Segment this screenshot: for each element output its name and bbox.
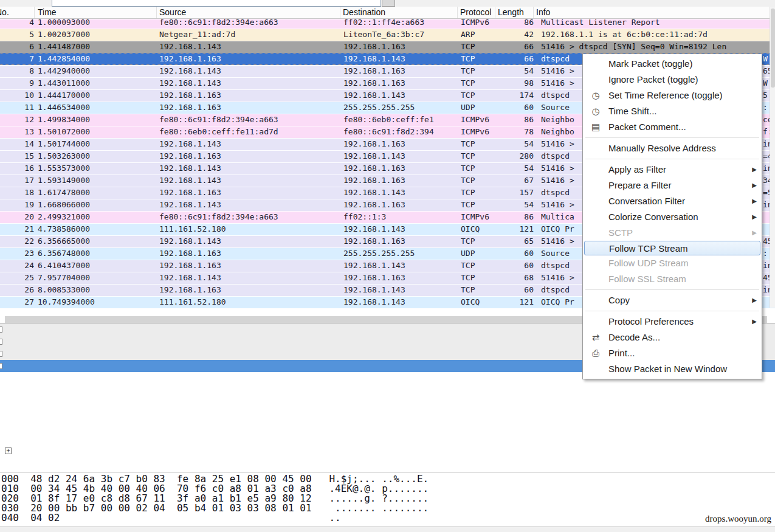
packet-length: 54 bbox=[496, 199, 534, 211]
packet-time: 1.499834000 bbox=[38, 114, 157, 126]
packet-protocol: TCP bbox=[461, 54, 496, 64]
packet-source: 111.161.52.180 bbox=[159, 297, 341, 308]
packet-no: 15 bbox=[0, 151, 34, 162]
packet-row[interactable]: 6 1.441487000 192.168.1.143 192.168.1.16… bbox=[0, 41, 775, 53]
packet-row[interactable]: 5 1.002037000 Netgear_11:ad:7d LiteonTe_… bbox=[0, 29, 775, 41]
expander-icon[interactable] bbox=[0, 363, 2, 369]
hex-line[interactable]: 030 20 00 bb b7 00 00 02 04 05 b4 01 03 … bbox=[0, 503, 775, 513]
packet-protocol: ARP bbox=[461, 29, 496, 41]
packet-destination: 192.168.1.143 bbox=[343, 285, 459, 296]
menu-item-follow-tcp-stream[interactable]: Follow TCP Stream bbox=[584, 241, 760, 255]
detail-row[interactable]: + Destination port: 51416 (51416) bbox=[0, 384, 775, 396]
menu-item-label: Mark Packet (toggle) bbox=[608, 58, 692, 69]
packet-protocol: TCP bbox=[461, 187, 496, 199]
packet-time: 1.444170000 bbox=[38, 90, 157, 102]
packet-destination: 192.168.1.163 bbox=[343, 163, 459, 174]
menu-item-show-packet-in-new-window[interactable]: Show Packet in New Window bbox=[583, 361, 762, 377]
menu-item-sctp[interactable]: SCTP ▶ bbox=[583, 225, 762, 241]
packet-source: 192.168.1.163 bbox=[159, 102, 341, 114]
packet-protocol: OICQ bbox=[461, 297, 496, 308]
packet-destination: LiteonTe_6a:3b:c7 bbox=[343, 29, 459, 41]
packet-protocol: ICMPv6 bbox=[461, 126, 496, 138]
hex-line[interactable]: 040 04 02 .. bbox=[0, 513, 775, 523]
packet-destination: 192.168.1.163 bbox=[343, 78, 459, 89]
wireshark-window: No. Time Source Destination Protocol Len… bbox=[0, 0, 775, 532]
packet-destination: 192.168.1.163 bbox=[343, 199, 459, 211]
detail-row[interactable]: + Acknowledgment number: 1 (relative ack… bbox=[0, 421, 775, 433]
expander-icon[interactable] bbox=[0, 326, 2, 333]
packet-no: 4 bbox=[0, 17, 34, 26]
detail-row[interactable]: + Flags: 0x012 (SYN, ACK) bbox=[0, 445, 775, 457]
menu-item-copy[interactable]: Copy ▶ bbox=[583, 292, 762, 308]
packet-row[interactable]: 4 1.000093000 fe80::6c91:f8d2:394e:a663 … bbox=[0, 19, 775, 29]
packet-length: 86 bbox=[496, 212, 534, 223]
packet-destination: ff02::1:ff4e:a663 bbox=[343, 17, 459, 26]
menu-separator bbox=[585, 311, 759, 311]
expander-icon[interactable] bbox=[0, 351, 2, 357]
menu-item-packet-comment[interactable]: ▤ Packet Comment... bbox=[583, 119, 762, 135]
packet-source: 192.168.1.143 bbox=[159, 163, 341, 174]
packet-destination: fe80::6eb0:ceff:fe1 bbox=[343, 114, 459, 126]
packet-length: 42 bbox=[496, 29, 534, 41]
packet-time: 4.738586000 bbox=[38, 224, 157, 235]
detail-row[interactable]: + [Stream index: 0] bbox=[0, 396, 775, 409]
packet-no: 27 bbox=[0, 297, 34, 308]
filter-dropdown-button[interactable] bbox=[382, 0, 395, 7]
detail-row[interactable]: + Header length: 32 bytes bbox=[0, 433, 775, 445]
packet-time: 8.008533000 bbox=[38, 285, 157, 296]
hex-dump-pane[interactable]: 000 48 d2 24 6a 3b c7 b0 83 fe 8a 25 e1 … bbox=[0, 472, 775, 527]
menu-item-prepare-a-filter[interactable]: Prepare a Filter ▶ bbox=[583, 178, 762, 193]
filter-input[interactable] bbox=[52, 0, 381, 7]
menu-item-label: Time Shift... bbox=[608, 106, 656, 116]
menu-item-apply-as-filter[interactable]: Apply as Filter ▶ bbox=[583, 162, 762, 178]
packet-destination: 192.168.1.143 bbox=[343, 90, 459, 102]
expander-icon[interactable] bbox=[0, 339, 2, 345]
hex-line[interactable]: 000 48 d2 24 6a 3b c7 b0 83 fe 8a 25 e1 … bbox=[0, 474, 775, 484]
menu-separator bbox=[585, 289, 759, 290]
packet-time: 6.356665000 bbox=[38, 236, 157, 247]
packet-protocol: TCP bbox=[461, 139, 496, 150]
watermark: drops.wooyun.org bbox=[705, 514, 771, 524]
packet-destination: 192.168.1.163 bbox=[343, 66, 459, 77]
packet-destination: 192.168.1.143 bbox=[343, 54, 459, 64]
menu-item-time-shift[interactable]: ◷ Time Shift... bbox=[583, 103, 762, 119]
menu-item-follow-udp-stream[interactable]: Follow UDP Stream bbox=[583, 255, 762, 271]
submenu-arrow-icon: ▶ bbox=[752, 178, 757, 193]
menu-item-label: Follow TCP Stream bbox=[609, 243, 688, 254]
menu-item-decode-as[interactable]: ⇄ Decode As... bbox=[583, 330, 762, 345]
menu-item-manually-resolve-address[interactable]: Manually Resolve Address bbox=[583, 140, 762, 156]
menu-item-label: Conversation Filter bbox=[608, 196, 685, 206]
menu-item-ignore-packet-toggle[interactable]: Ignore Packet (toggle) bbox=[583, 72, 762, 88]
hex-line[interactable]: 020 01 8f 17 e0 c8 d8 67 11 3f a0 a1 b1 … bbox=[0, 494, 775, 503]
detail-row[interactable]: + Window size value: 8192 bbox=[0, 457, 775, 469]
menu-item-colorize-conversation[interactable]: Colorize Conversation ▶ bbox=[583, 209, 762, 225]
packet-protocol: ICMPv6 bbox=[461, 114, 496, 126]
packet-protocol: TCP bbox=[461, 272, 496, 284]
packet-protocol: TCP bbox=[461, 260, 496, 272]
menu-item-set-time-reference-toggle[interactable]: ◷ Set Time Reference (toggle) bbox=[583, 88, 762, 103]
vertical-scrollbar[interactable] bbox=[770, 7, 775, 308]
submenu-arrow-icon: ▶ bbox=[752, 209, 757, 225]
detail-row[interactable]: + Sequence number: 0 (relative sequence … bbox=[0, 409, 775, 421]
packet-time: 1.442854000 bbox=[38, 54, 157, 64]
packet-source: 192.168.1.143 bbox=[159, 78, 341, 89]
packet-destination: 192.168.1.143 bbox=[343, 151, 459, 162]
packet-source: 192.168.1.143 bbox=[159, 199, 341, 211]
packet-time: 1.000093000 bbox=[38, 17, 157, 26]
packet-protocol: TCP bbox=[461, 199, 496, 211]
menu-item-protocol-preferences[interactable]: Protocol Preferences ▶ bbox=[583, 314, 762, 330]
packet-time: 1.446534000 bbox=[38, 102, 157, 114]
hex-line[interactable]: 010 00 34 45 4b 40 00 40 06 70 f6 c0 a8 … bbox=[0, 484, 775, 494]
packet-source: Netgear_11:ad:7d bbox=[159, 29, 341, 41]
packet-source: fe80::6c91:f8d2:394e:a663 bbox=[159, 17, 341, 26]
packet-protocol: TCP bbox=[461, 163, 496, 174]
menu-item-print[interactable]: ⎙ Print... bbox=[583, 345, 762, 361]
packet-length: 78 bbox=[496, 126, 534, 138]
vertical-scrollbar-thumb[interactable] bbox=[771, 9, 775, 88]
menu-item-mark-packet-toggle[interactable]: Mark Packet (toggle) bbox=[583, 56, 762, 72]
menu-item-follow-ssl-stream[interactable]: Follow SSL Stream bbox=[583, 271, 762, 287]
menu-item-conversation-filter[interactable]: Conversation Filter ▶ bbox=[583, 193, 762, 209]
plus-expander-icon[interactable]: + bbox=[5, 447, 12, 454]
submenu-arrow-icon: ▶ bbox=[752, 314, 757, 330]
packet-protocol: TCP bbox=[461, 285, 496, 296]
